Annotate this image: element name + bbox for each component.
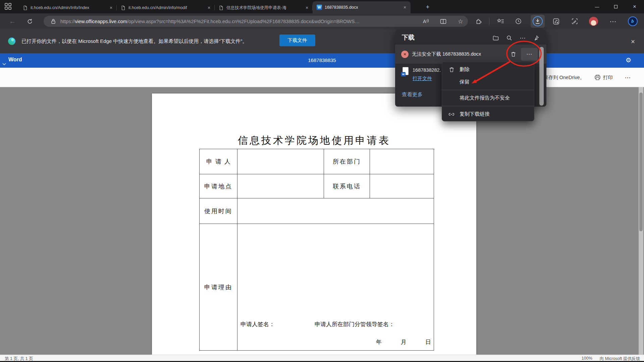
field-value-location — [237, 174, 324, 198]
page-scrollbar[interactable] — [639, 87, 643, 355]
tab-title: it.hceb.edu.cn/Admin/Info/Index — [31, 5, 105, 10]
field-value-time — [237, 198, 434, 224]
refresh-button[interactable] — [24, 13, 36, 29]
field-value-phone — [370, 174, 434, 198]
menu-item-report-unsafe[interactable]: 将此文件报告为不安全 — [442, 92, 534, 104]
infobar-message: 已打开你的文件，以便在 Microsoft Edge 中快速方便地查看。如果希望… — [21, 38, 247, 45]
tab-close-icon[interactable]: × — [206, 5, 212, 11]
open-downloads-folder-icon[interactable] — [491, 33, 501, 43]
field-value-department — [370, 149, 434, 174]
downloads-scrollbar-thumb[interactable] — [539, 47, 544, 106]
math-solver-icon[interactable] — [550, 13, 562, 29]
field-value-applicant — [237, 149, 324, 174]
applicant-signature-label: 申请人签名： — [240, 320, 275, 328]
field-label-phone: 联系电话 — [324, 174, 370, 198]
delete-download-icon[interactable] — [507, 49, 519, 60]
tab-title: 信息技术学院场地使用申请表-海 — [226, 5, 301, 11]
date-day-label: 日 — [425, 338, 431, 346]
tab-docx-active[interactable]: W 1687838835.docx × — [313, 1, 411, 13]
page-icon — [121, 5, 126, 10]
tab-bar: it.hceb.edu.cn/Admin/Info/Index × it.hce… — [0, 0, 644, 13]
menu-item-delete[interactable]: 删除 — [442, 63, 534, 76]
document-canvas: 信息技术学院场地使用申请表 申请人 所在部门 申请地点 联系电话 使用时间 申请… — [0, 87, 644, 355]
infobar-close-icon[interactable]: ✕ — [629, 37, 637, 46]
printer-icon — [594, 74, 601, 80]
window-close-button[interactable]: × — [625, 0, 644, 13]
page-count-label: 第 1 页, 共 1 页 — [5, 356, 33, 362]
collections-icon[interactable] — [494, 13, 506, 29]
page-icon — [23, 5, 28, 10]
field-label-time: 使用时间 — [200, 198, 237, 224]
blocked-download-item[interactable]: × 无法安全下载 1687838835.docx ⋯ — [395, 45, 546, 64]
status-bar: 第 1 页, 共 1 页 100% 向 Microsoft 提供反馈 — [0, 355, 644, 362]
menu-item-copy-download-link[interactable]: 复制下载链接 — [442, 108, 534, 120]
field-value-reason: 申请人签名： 申请人所在部门分管领导签名： 年 月 日 — [237, 224, 434, 351]
feedback-link[interactable]: 向 Microsoft 提供反馈 — [600, 356, 640, 362]
page-scrollbar-thumb[interactable] — [639, 93, 643, 231]
downloads-more-options-icon[interactable]: ⋯ — [518, 33, 528, 43]
tab-application-form-page[interactable]: 信息技术学院场地使用申请表-海 × — [215, 2, 313, 13]
profile-avatar[interactable] — [588, 13, 599, 29]
search-downloads-icon[interactable] — [504, 33, 514, 43]
tab-admin-info-modify[interactable]: it.hceb.edu.cn/Admin/info/modif × — [117, 2, 215, 13]
document-name-dropdown[interactable]: 1687838835 — [0, 57, 644, 65]
tab-close-icon[interactable]: × — [108, 5, 114, 11]
extensions-icon[interactable] — [473, 13, 484, 29]
menu-divider — [442, 106, 534, 106]
see-more-link[interactable]: 查看更多 — [402, 91, 423, 98]
window-minimize-button[interactable]: — — [588, 0, 606, 13]
pin-downloads-icon[interactable] — [531, 33, 541, 43]
print-button[interactable]: 打印 — [594, 68, 613, 87]
back-button[interactable]: ← — [7, 13, 18, 29]
tab-list-icon[interactable] — [4, 3, 12, 10]
application-form-table: 申请人 所在部门 申请地点 联系电话 使用时间 申请理由 申请人签名： 申请人所… — [199, 149, 434, 351]
downloads-title: 下载 — [402, 33, 415, 42]
trash-icon — [448, 67, 455, 73]
new-tab-button[interactable]: + — [423, 3, 432, 11]
page-icon — [219, 5, 224, 10]
bing-chat-icon[interactable]: b — [626, 13, 639, 29]
tab-admin-info-index[interactable]: it.hceb.edu.cn/Admin/Info/Index × — [19, 2, 117, 13]
toolbar-divider — [487, 13, 491, 29]
tab-title: 1687838835.docx — [325, 5, 399, 10]
word-viewer-header: Word 1687838835 ⚙ — [0, 53, 644, 68]
word-file-icon: W — [401, 67, 409, 76]
downloads-button[interactable] — [531, 15, 545, 28]
link-icon — [448, 112, 455, 117]
address-bar-input[interactable]: https://view.officeapps.live.com/op/view… — [44, 16, 468, 27]
field-label-applicant: 申请人 — [200, 149, 237, 174]
leader-signature-label: 申请人所在部门分管领导签名： — [315, 320, 394, 328]
document-title: 信息技术学院场地使用申请表 — [152, 134, 476, 147]
web-capture-icon[interactable] — [569, 13, 581, 29]
tab-close-icon[interactable]: × — [304, 5, 310, 11]
toolbar-more-button[interactable]: ⋯ — [625, 68, 631, 87]
read-aloud-icon[interactable]: A — [423, 18, 429, 24]
completed-download-item[interactable]: W 1687838282. 打开文件 — [401, 67, 441, 82]
field-label-reason: 申请理由 — [200, 224, 237, 351]
settings-more-icon[interactable]: ⋯ — [607, 13, 619, 29]
lock-icon — [51, 18, 56, 24]
download-file-button[interactable]: 下载文件 — [279, 35, 315, 46]
favorite-star-icon[interactable]: ☆ — [458, 18, 463, 25]
download-more-actions-button[interactable]: ⋯ — [521, 48, 538, 61]
save-to-onedrive-button[interactable]: 保存到 OneDrive。 — [543, 68, 585, 87]
word-viewer-toolbar: 保存到 OneDrive。 打印 ⋯ — [0, 68, 644, 87]
date-month-label: 月 — [401, 338, 407, 346]
zoom-level-label[interactable]: 100% — [582, 356, 592, 362]
edge-logo-icon — [8, 38, 15, 45]
history-icon[interactable] — [512, 13, 524, 29]
field-label-department: 所在部门 — [324, 149, 370, 174]
settings-gear-icon[interactable]: ⚙ — [626, 56, 631, 64]
address-toolbar: ← https://view.officeapps.live.com/op/vi… — [0, 13, 644, 29]
split-screen-icon[interactable] — [440, 19, 446, 24]
download-file-name: 1687838282. — [413, 67, 441, 73]
window-maximize-button[interactable] — [606, 0, 625, 13]
blocked-error-icon: × — [401, 51, 409, 58]
tab-close-icon[interactable]: × — [402, 4, 408, 10]
open-file-link[interactable]: 打开文件 — [413, 75, 432, 82]
document-page: 信息技术学院场地使用申请表 申请人 所在部门 申请地点 联系电话 使用时间 申请… — [152, 94, 476, 355]
menu-item-keep[interactable]: 保留 — [442, 76, 534, 88]
tab-title: it.hceb.edu.cn/Admin/info/modif — [128, 5, 203, 10]
url-text: https://view.officeapps.live.com/op/view… — [60, 19, 420, 24]
date-year-label: 年 — [376, 338, 382, 346]
